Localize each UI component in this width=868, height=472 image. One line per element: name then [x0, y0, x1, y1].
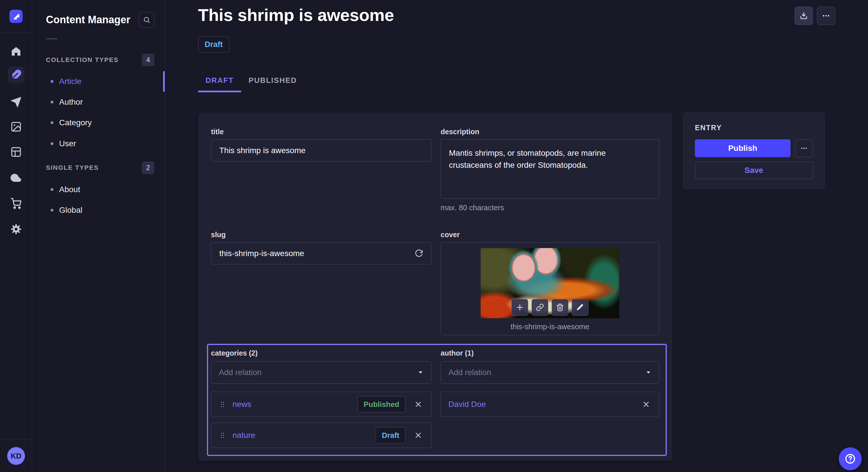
edit-media-icon — [576, 303, 584, 311]
rail-divider — [0, 32, 32, 33]
relation-status-badge: Published — [358, 396, 405, 412]
single-types-count: 2 — [142, 162, 154, 174]
sidebar-item-user[interactable]: User — [51, 133, 76, 154]
sidebar-item-label: About — [59, 185, 80, 194]
bullet-icon — [51, 142, 53, 145]
bullet-icon — [51, 121, 53, 124]
categories-relation-list: news Published nature — [211, 392, 431, 448]
field-slug: slug — [211, 231, 431, 335]
sidebar-item-label: Global — [59, 206, 82, 215]
help-question-icon — [844, 453, 856, 465]
copy-link-icon — [536, 303, 544, 311]
relations-group: categories (2) Add relation — [207, 344, 667, 456]
release-send-icon[interactable] — [8, 94, 24, 110]
cloud-icon[interactable] — [8, 169, 24, 186]
subnav-divider — [46, 38, 57, 39]
author-add-relation-select[interactable]: Add relation — [441, 361, 659, 384]
add-media-button[interactable] — [512, 299, 528, 316]
media-library-icon[interactable] — [8, 119, 24, 135]
cover-actions — [512, 299, 588, 316]
remove-relation-icon[interactable] — [413, 430, 424, 441]
field-categories: categories (2) Add relation — [211, 349, 431, 448]
refresh-icon[interactable] — [412, 247, 425, 260]
description-textarea[interactable]: Mantis shrimps, or stomatopods, are mari… — [441, 139, 659, 199]
sidebar-item-author[interactable]: Author — [51, 92, 83, 112]
entry-panel-title: ENTRY — [695, 124, 813, 132]
download-icon — [799, 11, 808, 20]
user-avatar[interactable]: KD — [7, 447, 25, 465]
sidebar-item-global[interactable]: Global — [51, 200, 82, 221]
more-options-button[interactable] — [817, 7, 835, 25]
bullet-icon — [51, 188, 53, 191]
search-button[interactable] — [139, 12, 154, 28]
relation-link[interactable]: David Doe — [448, 400, 641, 409]
version-tabs: DRAFT PUBLISHED — [198, 70, 304, 92]
page-title: This shrimp is awesome — [198, 5, 394, 25]
save-button[interactable]: Save — [695, 162, 813, 179]
field-title-label: title — [211, 128, 431, 136]
relation-row-news: news Published — [211, 392, 431, 417]
delete-media-button[interactable] — [552, 299, 568, 316]
sidebar-item-label: User — [59, 139, 76, 148]
add-media-icon — [516, 303, 524, 311]
main-nav-rail: KD — [0, 0, 32, 472]
relation-link[interactable]: news — [232, 400, 358, 409]
copy-link-button[interactable] — [532, 299, 548, 316]
tab-published[interactable]: PUBLISHED — [241, 70, 304, 92]
content-feather-icon[interactable] — [8, 67, 24, 83]
relation-row-david-doe: David Doe — [441, 392, 659, 417]
settings-gear-icon[interactable] — [8, 221, 24, 237]
subnav-title: Content Manager — [46, 14, 130, 26]
tab-draft[interactable]: DRAFT — [198, 70, 241, 92]
status-badge: Draft — [198, 36, 229, 53]
categories-add-relation-select[interactable]: Add relation — [211, 361, 431, 384]
publish-button[interactable]: Publish — [695, 139, 790, 157]
download-button[interactable] — [795, 7, 813, 25]
delete-media-icon — [556, 303, 564, 311]
description-hint: max. 80 characters — [441, 203, 659, 212]
chevron-down-icon — [645, 369, 652, 376]
chevron-down-icon — [417, 369, 424, 376]
strapi-logo[interactable] — [9, 10, 23, 23]
edit-media-button[interactable] — [572, 299, 588, 316]
sidebar-item-category[interactable]: Category — [51, 112, 92, 133]
sidebar-item-article[interactable]: Article — [51, 71, 82, 92]
remove-relation-icon[interactable] — [641, 399, 652, 410]
help-button[interactable] — [839, 447, 862, 470]
field-title: title — [211, 128, 431, 212]
author-placeholder: Add relation — [448, 368, 491, 377]
field-description-label: description — [441, 128, 659, 136]
drag-handle-icon[interactable] — [219, 401, 226, 408]
remove-relation-icon[interactable] — [413, 399, 424, 410]
sidebar-item-label: Author — [59, 98, 83, 107]
field-cover-label: cover — [441, 231, 659, 239]
home-icon[interactable] — [8, 43, 24, 60]
more-options-icon — [822, 11, 830, 20]
title-input[interactable] — [211, 139, 431, 162]
categories-label: categories (2) — [211, 349, 431, 357]
bullet-icon — [51, 209, 53, 212]
relation-link[interactable]: nature — [232, 431, 376, 440]
categories-placeholder: Add relation — [219, 368, 261, 377]
bullet-icon — [51, 80, 53, 83]
rail-divider — [0, 440, 32, 440]
search-icon — [143, 16, 150, 24]
relation-status-badge: Draft — [376, 427, 405, 443]
marketplace-cart-icon[interactable] — [8, 195, 24, 212]
collection-types-label: COLLECTION TYPES — [46, 56, 119, 64]
collection-types-count: 4 — [142, 54, 154, 66]
content-manager-app: { "rail": { "logo_icon": "strapi-logo", … — [0, 0, 868, 472]
relation-row-nature: nature Draft — [211, 423, 431, 448]
entry-more-button[interactable] — [795, 139, 813, 157]
sidebar-item-about[interactable]: About — [51, 179, 80, 200]
single-types-label: SINGLE TYPES — [46, 164, 99, 171]
cover-media-box: this-shrimp-is-awesome — [441, 242, 659, 335]
drag-handle-icon[interactable] — [219, 432, 226, 439]
sidebar-item-label: Category — [59, 118, 92, 127]
slug-input[interactable] — [211, 242, 431, 264]
field-slug-label: slug — [211, 231, 431, 239]
sidebar-item-label: Article — [59, 77, 82, 86]
field-author: author (1) Add relation David Doe — [441, 349, 659, 448]
layout-icon[interactable] — [8, 144, 24, 160]
field-cover: cover — [441, 231, 659, 335]
